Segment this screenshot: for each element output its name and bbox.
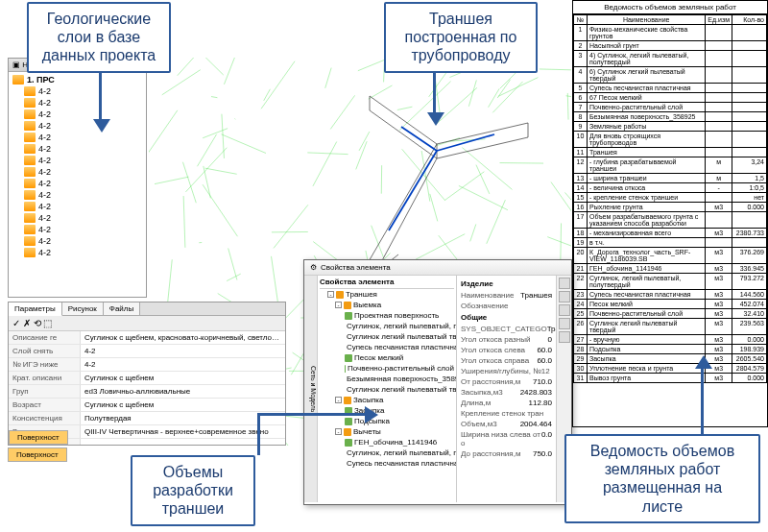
svg-line-21 [261, 61, 295, 109]
details-section-product: Изделие [461, 278, 552, 290]
tree-item[interactable]: 4-2 [11, 224, 144, 235]
element-tree[interactable]: Свойства элемента -Траншея-ВыемкаПроектн… [318, 276, 457, 502]
folder-icon [24, 179, 36, 188]
svg-line-95 [228, 249, 237, 280]
dialog-btn-3[interactable] [559, 304, 570, 316]
tree-item[interactable]: 4-2 [11, 120, 144, 132]
svg-line-104 [468, 80, 476, 106]
svg-line-31 [397, 107, 413, 109]
props-bottom-tab[interactable]: Поверхност [9, 430, 68, 445]
elem-tree-item[interactable]: ГЕН_обочина_1141946 [320, 437, 454, 447]
tree-item[interactable]: 4-2 [11, 166, 144, 178]
detail-row: Обозначение [461, 301, 552, 311]
elem-tree-item[interactable]: -Засыпка [320, 395, 454, 405]
tree-item[interactable]: 4-2 [11, 97, 144, 109]
expand-icon[interactable]: - [327, 291, 334, 298]
dialog-btn-4[interactable] [559, 318, 570, 329]
svg-line-125 [205, 168, 237, 174]
project-tree-items: 1. ПРС 4-24-24-24-24-24-24-24-24-24-24-2… [9, 72, 146, 260]
folder-icon [24, 109, 36, 119]
props-row[interactable]: КонсистенцияПолутвердая [9, 412, 285, 425]
dialog-side-tab[interactable]: Сеть и Модель [304, 276, 318, 502]
folder-icon [24, 144, 36, 154]
elem-tree-item[interactable]: Супесь песчанистая пластичная [320, 458, 454, 469]
elem-tree-item[interactable]: Подсыпка [320, 416, 454, 426]
svg-line-43 [492, 82, 522, 112]
expand-icon[interactable]: - [335, 428, 342, 435]
folder-icon [24, 225, 36, 234]
elem-tree-item[interactable]: Суглинок, легкий пылеватый, полу [320, 447, 454, 458]
node-type-icon [345, 354, 352, 362]
elem-tree-item[interactable]: Проектная поверхность [320, 310, 454, 321]
svg-line-53 [162, 70, 201, 95]
expand-icon[interactable]: - [335, 397, 342, 403]
vedomost-row: 20К_Дорога_технолог_часть_SRF-VIEW_11860… [574, 248, 767, 264]
svg-line-85 [227, 274, 241, 280]
detail-row: Угол откоса слева60.0 [461, 345, 552, 355]
tree-item[interactable]: 4-2 [11, 212, 144, 224]
vedomost-row: 11Траншея [574, 148, 767, 157]
elem-tree-item[interactable]: Супесь песчанистая пластичная [320, 342, 454, 352]
tree-item[interactable]: 4-2 [11, 132, 144, 143]
vedomost-row: 46) Суглинок легкий пылеватый твердый [574, 67, 767, 84]
svg-line-51 [551, 182, 571, 220]
props-row[interactable]: Крат. описаниСуглинок с щебнем [9, 372, 285, 385]
vedomost-row: 10Для вновь строящихся трубопроводов [574, 132, 767, 148]
dialog-btn-1[interactable] [559, 278, 570, 289]
elem-tree-item[interactable]: -Выемка [320, 300, 454, 310]
elem-tree-item[interactable]: Суглинок, легкий пылеватый, полу [320, 321, 454, 331]
element-details: Изделие НаименованиеТраншеяОбозначение О… [457, 276, 556, 502]
tree-root[interactable]: 1. ПРС [11, 74, 144, 85]
surfaces-tab[interactable]: Поверхност [8, 447, 67, 462]
svg-line-113 [211, 97, 217, 98]
tree-item[interactable]: 4-2 [11, 235, 144, 247]
svg-line-77 [567, 93, 568, 120]
gear-icon: ⚙ [310, 263, 317, 272]
vedomost-row: 18- механизированная всегом32380.733 [574, 229, 767, 238]
svg-line-153 [389, 151, 437, 230]
detail-row: От расстояния,м710.0 [461, 376, 552, 387]
elem-tree-item[interactable]: Почвенно-растительный слой [320, 363, 454, 374]
tree-item[interactable]: 4-2 [11, 155, 144, 166]
props-row[interactable]: Описание геСуглинок с щебнем, красновато… [9, 331, 285, 345]
detail-row: SYS_OBJECT_CATEGOТраншея [461, 324, 552, 334]
tree-item[interactable]: 4-2 [11, 201, 144, 212]
props-tab-drawing[interactable]: Рисунок [62, 302, 104, 315]
props-row[interactable]: Групed3 Ловичньо-аллювиальные [9, 385, 285, 399]
tree-item[interactable]: 4-2 [11, 85, 144, 97]
detail-row: Засыпка,м32428.803 [461, 387, 552, 398]
elem-tree-item[interactable]: Суглинок легкий пылеватый тверд [320, 384, 454, 395]
props-tab-params[interactable]: Параметры [9, 302, 62, 316]
props-toolbar: ✓ ✗ ⟲ ⬚ [9, 316, 285, 331]
detail-row: Угол откоса справа60.0 [461, 355, 552, 366]
tree-item[interactable]: 4-2 [11, 109, 144, 120]
dialog-btn-5[interactable] [559, 331, 570, 343]
dialog-btn-2[interactable] [559, 291, 570, 302]
props-row[interactable]: Слой снять4-2 [9, 345, 285, 358]
expand-icon[interactable]: - [335, 302, 342, 308]
props-tab-files[interactable]: Файлы [104, 302, 140, 315]
details-section-general: Общие [461, 311, 552, 324]
svg-line-39 [497, 80, 511, 98]
props-row[interactable]: № ИГЭ ниже4-2 [9, 358, 285, 372]
tree-item[interactable]: 4-2 [11, 178, 144, 189]
svg-line-80 [204, 58, 223, 75]
props-row[interactable]: ВозрастСуглинок с щебнем [9, 399, 285, 412]
elem-tree-item[interactable]: Суглинок легкий пылеватый тверд [320, 331, 454, 342]
tree-item[interactable]: 4-2 [11, 143, 144, 155]
tree-item[interactable]: 4-2 [11, 189, 144, 201]
svg-line-26 [487, 200, 506, 244]
svg-line-34 [185, 148, 227, 192]
node-type-icon [345, 418, 352, 425]
project-tree-panel[interactable]: ▣ Нов 1. ПРС 4-24-24-24-24-24-24-24-24-2… [8, 58, 147, 298]
node-type-icon [345, 365, 346, 373]
elem-tree-item[interactable]: -Траншея [320, 289, 454, 300]
tree-item[interactable]: 4-2 [11, 247, 144, 258]
svg-line-46 [540, 69, 571, 70]
vedomost-row: 12- глубина разрабатываемой траншеим3,24 [574, 157, 767, 174]
elem-tree-item[interactable]: Безымянная поверхность_358925 [320, 374, 454, 384]
elem-tree-item[interactable]: -Вычеты [320, 426, 454, 437]
properties-panel[interactable]: Параметры Рисунок Файлы ✓ ✗ ⟲ ⬚ Описание… [8, 302, 286, 446]
elem-tree-item[interactable]: Песок мелкий [320, 352, 454, 363]
element-properties-dialog[interactable]: ⚙ Свойства элемента Сеть и Модель Свойст… [303, 259, 572, 505]
